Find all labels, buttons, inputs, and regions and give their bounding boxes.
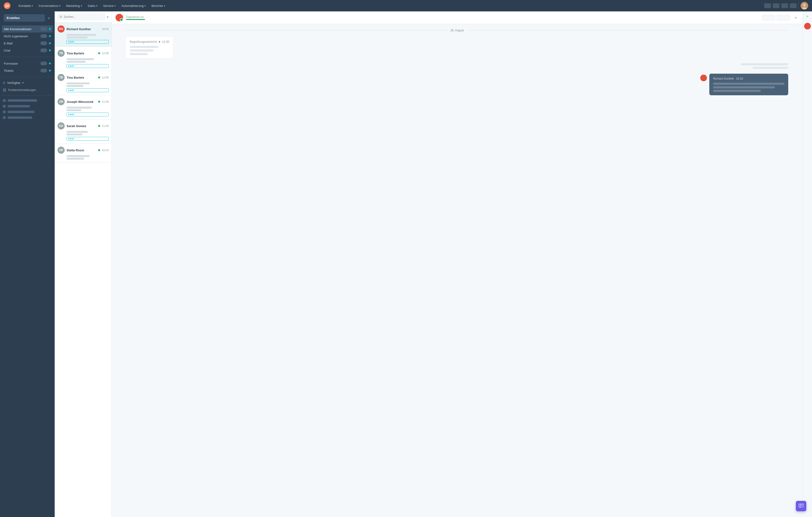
nav-divider (799, 2, 799, 9)
msg-user-header-richard: Richard Gunther 16:32 (713, 77, 784, 80)
search-icon (60, 16, 62, 18)
conv-time-stella: 10:15 (102, 149, 109, 152)
conv-item-tina2[interactable]: TB Tina Bartels 12:05 CHAT (55, 71, 112, 95)
svg-point-0 (4, 2, 10, 9)
floating-chat-button[interactable] (796, 501, 806, 511)
chat-toggle[interactable] (40, 49, 47, 52)
svg-point-4 (60, 16, 62, 17)
msg-user-sender-richard: Richard Gunther (713, 77, 734, 80)
preview-bar-richard-1 (66, 34, 96, 36)
conv-preview-sarah (58, 131, 109, 135)
conv-item-stella[interactable]: SR Stella Rossi 10:15 (55, 144, 112, 163)
sidebar-item-chat[interactable]: Chat (2, 47, 53, 54)
msg-outbound-1 (741, 63, 788, 69)
ph-icon-1 (3, 99, 6, 102)
search-box[interactable] (58, 14, 105, 20)
nav-conversations[interactable]: Conversations ▾ (36, 3, 63, 9)
nav-action-btn-3[interactable] (781, 3, 788, 8)
nav-marketing[interactable]: Marketing ▾ (64, 3, 84, 9)
tickets-toggle[interactable] (40, 69, 47, 72)
msg-user-time-richard: 16:32 (736, 77, 743, 80)
nav-action-btn-4[interactable] (790, 3, 796, 8)
chat-action-btn-1[interactable] (762, 15, 775, 21)
chat-dot (49, 50, 51, 51)
sidebar-nav-section: Alle Konversationen Nicht zugewiesen E-M… (0, 25, 55, 55)
conv-time-richard: 16:32 (102, 28, 109, 30)
nav-action-btn-1[interactable] (764, 3, 771, 8)
floating-chat-icon (799, 504, 804, 509)
preview-bar-tina1-2 (66, 61, 86, 63)
conv-avatar-stella: SR (58, 147, 65, 154)
sidebar-collapse-button[interactable]: « (47, 15, 51, 21)
ph-icon-4 (3, 116, 6, 119)
email-toggle[interactable] (40, 41, 47, 45)
postfach-settings-item[interactable]: Postfacheinstellungen (0, 87, 55, 94)
conv-item-tina1[interactable]: TB Tina Bartels 12:30 CHAT (55, 47, 112, 71)
date-label: 28. August (451, 29, 464, 32)
conv-item-stella-header: SR Stella Rossi 10:15 (58, 147, 109, 154)
nav-action-btn-2[interactable] (773, 3, 779, 8)
sidebar-item-forms[interactable]: Formulare (2, 60, 53, 67)
conv-list-header: ▾ (55, 11, 112, 23)
all-conversations-toggle[interactable] (40, 27, 47, 31)
filter-button[interactable]: ▾ (107, 15, 109, 19)
conv-name-sarah: Sarah Gomez (66, 124, 96, 128)
sidebar-item-email-label: E-Mail (4, 41, 38, 45)
sidebar-item-tickets[interactable]: Tickets (2, 67, 53, 74)
forms-toggle[interactable] (40, 62, 47, 65)
hubspot-logo[interactable] (4, 2, 10, 9)
msg-user-avatar-richard (700, 74, 707, 81)
conv-item-joseph[interactable]: JW Joseph Wieczorek 11:36 CHAT (55, 95, 112, 120)
nav-automatisierung[interactable]: Automatisierung ▾ (119, 3, 148, 9)
preview-bar-joseph-1 (66, 107, 92, 109)
sidebar-header: Erstellen « (0, 11, 55, 25)
chat-action-btn-2[interactable] (777, 15, 790, 21)
msg-lines-begruessung (130, 46, 169, 55)
nav-sales[interactable]: Sales ▾ (85, 3, 100, 9)
sidebar-divider-1 (2, 57, 53, 57)
ph-bar-1 (8, 99, 37, 102)
chat-header-collapse-btn[interactable]: » (793, 14, 799, 21)
msg-card-begruessung: Begrüßungsnachricht 12:30 (126, 37, 173, 58)
ph-icon-2 (3, 105, 6, 108)
sidebar-item-unassigned[interactable]: Nicht zugewiesen (2, 33, 53, 40)
outbound-lines-1 (741, 63, 788, 69)
conv-avatar-joseph: JW (58, 98, 65, 105)
conv-preview-tina2 (58, 83, 109, 87)
create-button[interactable]: Erstellen (4, 14, 45, 22)
conv-item-richard[interactable]: RG Richard Gunther 16:32 CHAT (55, 23, 112, 47)
sidebar-divider-2 (2, 77, 53, 77)
sidebar-item-email[interactable]: E-Mail (2, 40, 53, 47)
conv-avatar-sarah: SG (58, 122, 65, 129)
chat-badge-tina1: CHAT (66, 64, 109, 68)
conv-item-richard-header: RG Richard Gunther 16:32 (58, 25, 109, 33)
sidebar-divider-3 (2, 95, 53, 96)
user-avatar[interactable] (801, 2, 808, 9)
right-panel-collapse-btn[interactable]: » (807, 14, 808, 18)
msg-line-u-1 (713, 83, 784, 85)
email-dot (49, 42, 51, 44)
unassigned-toggle[interactable] (40, 34, 47, 38)
conv-name-richard: Richard Gunther (66, 27, 100, 31)
status-indicator (3, 82, 5, 84)
nav-service[interactable]: Service ▾ (101, 3, 118, 9)
date-divider: 28. August (126, 29, 788, 32)
preview-bar-stella-1 (66, 155, 90, 157)
status-chevron: ▾ (22, 82, 24, 84)
conv-name-stella: Stella Rossi (66, 149, 96, 152)
nav-berichte[interactable]: Berichte ▾ (149, 3, 167, 9)
conv-item-tina2-header: TB Tina Bartels 12:05 (58, 74, 109, 81)
status-selector[interactable]: Verfügbar ▾ (0, 79, 55, 87)
preview-bar-joseph-2 (66, 109, 81, 111)
conv-time-joseph: 11:36 (102, 100, 109, 103)
svg-rect-6 (799, 504, 803, 507)
online-dot-tina2 (98, 77, 100, 79)
tickets-dot (49, 70, 51, 71)
sidebar-item-all-conversations[interactable]: Alle Konversationen (2, 25, 53, 33)
conv-item-sarah[interactable]: SG Sarah Gomez 11:30 CHAT (55, 120, 112, 144)
msg-user-lines-richard (713, 83, 784, 92)
nav-kontakte[interactable]: Kontakte ▾ (16, 3, 35, 9)
search-input[interactable] (64, 15, 103, 19)
ph-bar-2 (8, 105, 30, 108)
online-dot-tina1 (98, 52, 100, 54)
